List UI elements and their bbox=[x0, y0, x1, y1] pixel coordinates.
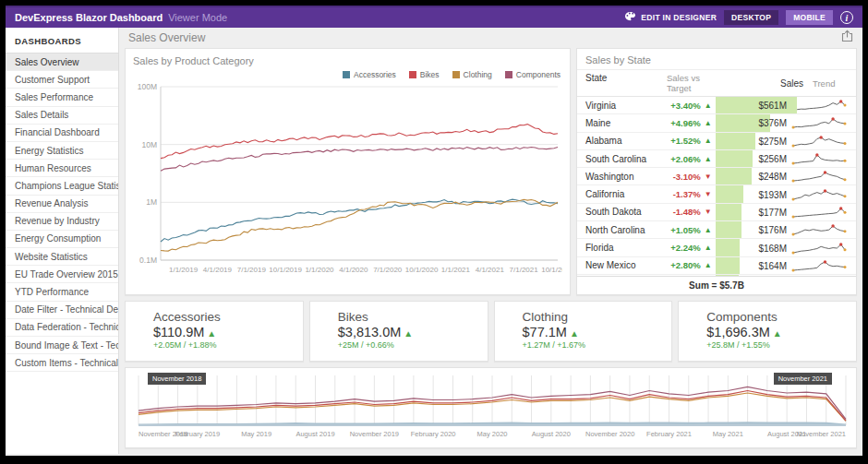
category-line-chart[interactable]: 100M10M1M0.1M1/1/20194/1/20197/1/201910/… bbox=[133, 79, 562, 280]
trend-sparkline bbox=[790, 170, 848, 183]
range-selector-panel[interactable]: November 2018 November 2021 November 201… bbox=[125, 367, 857, 448]
sidebar-item-human-resources[interactable]: Human Resources bbox=[6, 160, 118, 177]
table-row-alabama[interactable]: Alabama+1.52%▲$275M bbox=[577, 133, 856, 150]
sidebar-item-eu-trade-overview-2015[interactable]: EU Trade Overview 2015 bbox=[6, 266, 118, 283]
sidebar-item-sales-details[interactable]: Sales Details bbox=[6, 107, 118, 125]
svg-text:1/1/2019: 1/1/2019 bbox=[169, 266, 199, 274]
sales-vs-target-value: -1.48%▼ bbox=[660, 207, 711, 217]
sidebar-item-sales-performance[interactable]: Sales Performance bbox=[6, 89, 118, 106]
kpi-card-accessories[interactable]: Accessories$110.9M▲+2.05M / +1.88% bbox=[125, 301, 304, 362]
col-sales[interactable]: Sales bbox=[726, 73, 807, 93]
legend-item-clothing[interactable]: Clothing bbox=[452, 70, 492, 79]
mobile-button[interactable]: MOBILE bbox=[786, 10, 833, 25]
legend-item-accessories[interactable]: Accessories bbox=[343, 70, 396, 79]
state-name: Maine bbox=[585, 118, 660, 128]
sales-value: $168M bbox=[758, 243, 787, 253]
col-trend[interactable]: Trend bbox=[807, 73, 848, 93]
svg-text:100M: 100M bbox=[138, 82, 157, 91]
trend-sparkline bbox=[790, 206, 848, 219]
arrow-up-icon: ▲ bbox=[705, 119, 712, 127]
sidebar-item-ytd-performance[interactable]: YTD Performance bbox=[6, 283, 118, 301]
range-start-flag[interactable]: November 2018 bbox=[148, 373, 206, 385]
state-name: Washington bbox=[585, 172, 660, 182]
sales-cell: $168M bbox=[716, 239, 790, 256]
sidebar-item-bound-image-text-technical-demo[interactable]: Bound Image & Text - Technical Demo bbox=[6, 337, 118, 354]
sidebar-item-revenue-analysis[interactable]: Revenue Analysis bbox=[6, 196, 118, 213]
sidebar-item-financial-dashboard[interactable]: Financial Dashboard bbox=[6, 125, 118, 142]
state-name: Alabama bbox=[585, 136, 660, 146]
table-row-florida[interactable]: Florida+2.24%▲$168M bbox=[577, 239, 856, 256]
sidebar-item-champions-league-statistics[interactable]: Champions League Statistics bbox=[6, 177, 118, 195]
table-row-maine[interactable]: Maine+4.96%▲$376M bbox=[577, 114, 856, 132]
sales-databar bbox=[716, 257, 740, 274]
svg-text:1/1/2021: 1/1/2021 bbox=[441, 266, 471, 274]
sales-by-state-panel: Sales by State State Sales vs Target Sal… bbox=[576, 48, 857, 295]
sidebar-item-custom-items-technical-demo[interactable]: Custom Items - Technical Demo bbox=[6, 354, 118, 372]
desktop-button[interactable]: DESKTOP bbox=[724, 10, 778, 25]
sidebar-item-customer-support[interactable]: Customer Support bbox=[6, 71, 118, 89]
arrow-up-icon: ▲ bbox=[705, 226, 712, 234]
table-row-california[interactable]: California-1.37%▼$193M bbox=[577, 185, 856, 203]
sales-databar bbox=[716, 204, 741, 220]
arrow-down-icon: ▼ bbox=[705, 173, 712, 181]
sidebar-item-energy-consumption[interactable]: Energy Consumption bbox=[6, 231, 118, 248]
info-icon[interactable]: i bbox=[840, 11, 853, 24]
card-title: Bikes bbox=[338, 310, 488, 324]
brush-icon bbox=[624, 11, 636, 24]
sales-value: $248M bbox=[758, 172, 787, 182]
kpi-card-bikes[interactable]: Bikes$3,813.0M▲+25M / +0.66% bbox=[309, 301, 488, 362]
table-row-south-carolina[interactable]: South Carolina+2.06%▲$256M bbox=[577, 150, 856, 168]
sales-cell: $193M bbox=[716, 185, 790, 202]
export-icon[interactable] bbox=[841, 30, 853, 46]
sales-value: $177M bbox=[758, 207, 787, 217]
sidebar-header: DASHBOARDS bbox=[6, 28, 118, 54]
state-name: New Mexico bbox=[585, 260, 660, 270]
state-name: Florida bbox=[585, 243, 660, 253]
card-title: Components bbox=[706, 310, 856, 324]
table-row-virginia[interactable]: Virginia+3.40%▲$561M bbox=[577, 97, 856, 114]
sidebar-item-website-statistics[interactable]: Website Statistics bbox=[6, 248, 118, 266]
range-end-flag[interactable]: November 2021 bbox=[774, 373, 832, 385]
kpi-card-clothing[interactable]: Clothing$77.1M▲+1.27M / +1.67% bbox=[494, 301, 673, 362]
card-value: $3,813.0M▲ bbox=[338, 325, 488, 339]
sales-value: $256M bbox=[758, 154, 787, 164]
svg-text:August 2020: August 2020 bbox=[532, 430, 571, 438]
legend-item-components[interactable]: Components bbox=[505, 70, 561, 79]
range-selector-chart[interactable]: November 2018February 2019May 2019August… bbox=[133, 372, 851, 442]
col-state[interactable]: State bbox=[585, 73, 667, 93]
sidebar-item-date-filter-technical-demo[interactable]: Date Filter - Technical Demo bbox=[6, 302, 118, 319]
sales-value: $275M bbox=[758, 136, 787, 146]
sales-vs-target-value: +1.52%▲ bbox=[660, 136, 711, 146]
table-row-north-carolina[interactable]: North Carolina+1.05%▲$176M bbox=[577, 221, 856, 239]
table-row-washington[interactable]: Washington-3.10%▼$248M bbox=[577, 168, 856, 185]
sales-cell: $248M bbox=[716, 168, 790, 184]
sidebar-item-revenue-by-industry[interactable]: Revenue by Industry bbox=[6, 213, 118, 231]
kpi-card-components[interactable]: Components$1,696.3M▲+25.8M / +1.55% bbox=[678, 301, 857, 362]
legend-label: Clothing bbox=[464, 70, 492, 79]
edit-in-designer-button[interactable]: EDIT IN DESIGNER bbox=[624, 11, 717, 24]
dashboard-title: Sales Overview bbox=[128, 31, 205, 44]
svg-text:10/1/2021: 10/1/2021 bbox=[541, 266, 562, 274]
state-name: Virginia bbox=[585, 101, 660, 111]
sidebar-item-energy-statistics[interactable]: Energy Statistics bbox=[6, 142, 118, 160]
sales-by-category-panel: Sales by Product Category AccessoriesBik… bbox=[125, 48, 571, 295]
table-row-south-dakota[interactable]: South Dakota-1.48%▼$177M bbox=[577, 204, 856, 221]
table-row-new-mexico[interactable]: New Mexico+2.80%▲$164M bbox=[577, 257, 856, 275]
arrow-up-icon: ▲ bbox=[705, 261, 712, 269]
dashboard-content: Sales by Product Category AccessoriesBik… bbox=[119, 48, 862, 454]
card-value: $77.1M▲ bbox=[523, 325, 672, 339]
card-delta: +25M / +0.66% bbox=[338, 340, 488, 350]
viewer-mode-label: Viewer Mode bbox=[168, 12, 227, 23]
sidebar-item-data-federation-technical-demo[interactable]: Data Federation - Technical Demo bbox=[6, 319, 118, 337]
sales-vs-target-value: +2.80%▲ bbox=[660, 260, 711, 270]
svg-text:November 2021: November 2021 bbox=[797, 430, 846, 438]
col-sales-vs-target[interactable]: Sales vs Target bbox=[667, 73, 722, 93]
svg-text:10M: 10M bbox=[141, 140, 157, 149]
legend-label: Accessories bbox=[354, 70, 396, 79]
sidebar-item-list: Sales OverviewCustomer SupportSales Perf… bbox=[6, 54, 118, 372]
arrow-up-icon: ▲ bbox=[705, 137, 712, 145]
sales-cell: $256M bbox=[716, 150, 790, 167]
state-table-header: State Sales vs Target Sales Trend bbox=[577, 70, 856, 97]
sidebar-item-sales-overview[interactable]: Sales Overview bbox=[6, 54, 118, 71]
legend-item-bikes[interactable]: Bikes bbox=[409, 70, 440, 79]
